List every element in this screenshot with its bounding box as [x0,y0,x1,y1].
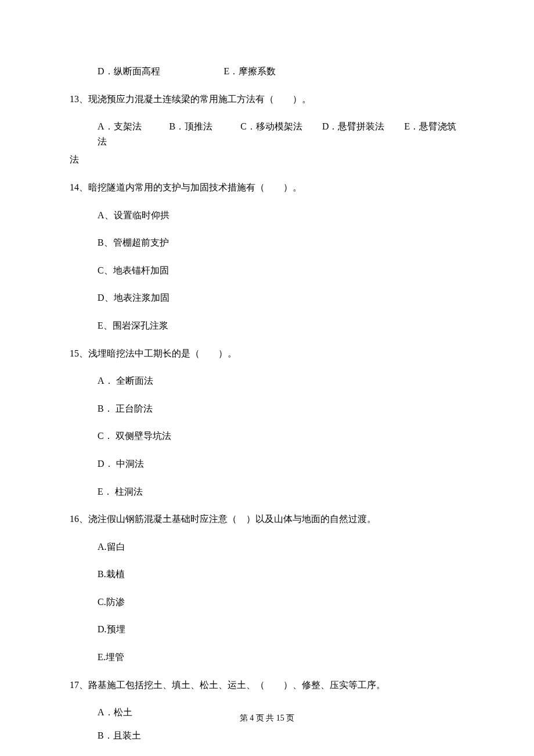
q16-option-a: A.留白 [70,539,464,555]
q12-option-e: E．摩擦系数 [224,66,276,76]
question-15: 15、浅埋暗挖法中工期长的是（ ）。 A． 全断面法 B． 正台阶法 C． 双侧… [70,346,464,499]
q16-option-d: D.预埋 [70,622,464,637]
q14-option-c: C、地表锚杆加固 [70,263,464,278]
q15-option-c: C． 双侧壁导坑法 [70,429,464,444]
question-14: 14、暗挖隧道内常用的支护与加固技术措施有（ ）。 A、设置临时仰拱 B、管棚超… [70,180,464,333]
q13-options-row: A．支架法B．顶推法C．移动模架法D．悬臂拼装法E．悬臂浇筑法 [70,119,464,149]
q13-stem: 13、现浇预应力混凝土连续梁的常用施工方法有（ ）。 [70,92,464,107]
q13-wrap-tail: 法 [70,152,464,167]
question-17: 17、路基施工包括挖土、填土、松土、运土、（ ）、修整、压实等工序。 A．松土 … [70,678,464,743]
q14-option-e: E、围岩深孔注浆 [70,318,464,333]
q15-option-a: A． 全断面法 [70,373,464,388]
q13-option-d: D．悬臂拼装法 [322,121,385,131]
q12-option-d: D．纵断面高程 [98,66,160,76]
page-footer: 第 4 页 共 15 页 [0,713,534,723]
q14-option-b: B、管棚超前支护 [70,235,464,250]
question-16: 16、浇注假山钢筋混凝土基础时应注意（ ）以及山体与地面的自然过渡。 A.留白 … [70,512,464,665]
question-13: 13、现浇预应力混凝土连续梁的常用施工方法有（ ）。 A．支架法B．顶推法C．移… [70,92,464,167]
q16-stem: 16、浇注假山钢筋混凝土基础时应注意（ ）以及山体与地面的自然过渡。 [70,512,464,527]
page-content: D．纵断面高程E．摩擦系数 13、现浇预应力混凝土连续梁的常用施工方法有（ ）。… [0,0,534,743]
q16-option-b: B.栽植 [70,567,464,582]
q14-option-a: A、设置临时仰拱 [70,208,464,223]
q14-option-d: D、地表注浆加固 [70,290,464,305]
q15-option-e: E． 柱洞法 [70,484,464,499]
q17-stem: 17、路基施工包括挖土、填土、松土、运土、（ ）、修整、压实等工序。 [70,678,464,693]
q15-option-d: D． 中洞法 [70,456,464,471]
q16-option-c: C.防渗 [70,595,464,610]
q12-options-de: D．纵断面高程E．摩擦系数 [70,64,464,79]
q15-stem: 15、浅埋暗挖法中工期长的是（ ）。 [70,346,464,361]
q14-stem: 14、暗挖隧道内常用的支护与加固技术措施有（ ）。 [70,180,464,195]
q13-option-b: B．顶推法 [169,121,213,131]
q17-option-b: B．且装土 [70,728,464,743]
q13-option-a: A．支架法 [98,121,142,131]
q13-option-c: C．移动模架法 [240,121,302,131]
q15-option-b: B． 正台阶法 [70,401,464,416]
q16-option-e: E.埋管 [70,650,464,665]
